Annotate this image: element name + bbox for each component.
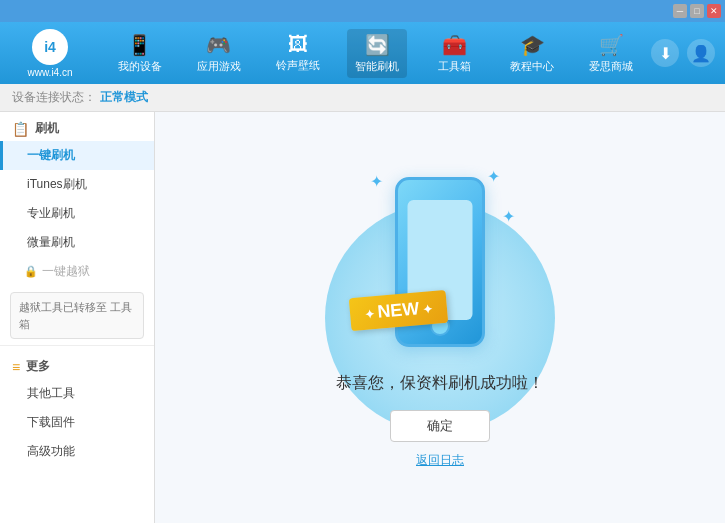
flash-section-title: 📋 刷机 — [0, 112, 154, 141]
sidebar-item-advanced[interactable]: 高级功能 — [0, 437, 154, 466]
nav-item-tools[interactable]: 🧰 工具箱 — [427, 29, 483, 78]
header: i4 www.i4.cn 📱 我的设备 🎮 应用游戏 🖼 铃声壁纸 🔄 智能刷机… — [0, 22, 725, 84]
sparkle-2-icon: ✦ — [487, 167, 500, 186]
content-area: ✦ ✦ ✦ NEW 恭喜您，保资料刷机成功啦！ 确定 返回日志 — [155, 112, 725, 523]
confirm-button[interactable]: 确定 — [390, 410, 490, 442]
nav-item-smart[interactable]: 🔄 智能刷机 — [347, 29, 407, 78]
smart-nav-icon: 🔄 — [365, 33, 390, 57]
close-button[interactable]: ✕ — [707, 4, 721, 18]
sidebar-item-pro-flash[interactable]: 专业刷机 — [0, 199, 154, 228]
sidebar-item-download-firmware[interactable]: 下载固件 — [0, 408, 154, 437]
sparkle-3-icon: ✦ — [502, 207, 515, 226]
status-label: 设备连接状态： — [12, 89, 96, 106]
nav-label-wallpaper: 铃声壁纸 — [276, 58, 320, 73]
nav-label-device: 我的设备 — [118, 59, 162, 74]
nav-item-store[interactable]: 🛒 爱思商城 — [581, 29, 641, 78]
sparkle-1-icon: ✦ — [370, 172, 383, 191]
logo-icon: i4 — [32, 29, 68, 65]
nav-label-apps: 应用游戏 — [197, 59, 241, 74]
wallpaper-nav-icon: 🖼 — [288, 33, 308, 56]
sidebar-item-wipe-flash[interactable]: 微量刷机 — [0, 228, 154, 257]
sidebar: 📋 刷机 一键刷机 iTunes刷机 专业刷机 微量刷机 🔒 一键越狱 越狱工具… — [0, 112, 155, 523]
more-section-icon: ≡ — [12, 359, 20, 375]
locked-label: 一键越狱 — [42, 263, 90, 280]
more-section-title: ≡ 更多 — [0, 350, 154, 379]
status-value: 正常模式 — [100, 89, 148, 106]
device-nav-icon: 📱 — [127, 33, 152, 57]
logo-subtitle: www.i4.cn — [27, 67, 72, 78]
user-button[interactable]: 👤 — [687, 39, 715, 67]
main-area: 📋 刷机 一键刷机 iTunes刷机 专业刷机 微量刷机 🔒 一键越狱 越狱工具… — [0, 112, 725, 523]
apps-nav-icon: 🎮 — [206, 33, 231, 57]
sidebar-info-box: 越狱工具已转移至 工具箱 — [10, 292, 144, 339]
more-section-label: 更多 — [26, 358, 50, 375]
lock-icon: 🔒 — [24, 265, 38, 278]
titlebar: ─ □ ✕ — [0, 0, 725, 22]
nav-label-tutorials: 教程中心 — [510, 59, 554, 74]
back-link[interactable]: 返回日志 — [416, 452, 464, 469]
tutorials-nav-icon: 🎓 — [520, 33, 545, 57]
minimize-button[interactable]: ─ — [673, 4, 687, 18]
success-message: 恭喜您，保资料刷机成功啦！ — [336, 373, 544, 394]
flash-section-label: 刷机 — [35, 120, 59, 137]
nav-label-store: 爱思商城 — [589, 59, 633, 74]
status-bar: 设备连接状态： 正常模式 — [0, 84, 725, 112]
tools-nav-icon: 🧰 — [442, 33, 467, 57]
sidebar-divider — [0, 345, 154, 346]
nav-label-tools: 工具箱 — [438, 59, 471, 74]
sidebar-item-itunes-flash[interactable]: iTunes刷机 — [0, 170, 154, 199]
sidebar-item-other-tools[interactable]: 其他工具 — [0, 379, 154, 408]
sidebar-item-one-click-flash[interactable]: 一键刷机 — [0, 141, 154, 170]
store-nav-icon: 🛒 — [599, 33, 624, 57]
nav-bar: 📱 我的设备 🎮 应用游戏 🖼 铃声壁纸 🔄 智能刷机 🧰 工具箱 🎓 教程中心… — [100, 29, 651, 78]
nav-item-device[interactable]: 📱 我的设备 — [110, 29, 170, 78]
flash-section-icon: 📋 — [12, 121, 29, 137]
nav-item-tutorials[interactable]: 🎓 教程中心 — [502, 29, 562, 78]
nav-item-wallpaper[interactable]: 🖼 铃声壁纸 — [268, 29, 328, 77]
nav-label-smart: 智能刷机 — [355, 59, 399, 74]
phone-illustration: ✦ ✦ ✦ NEW — [360, 167, 520, 357]
download-button[interactable]: ⬇ — [651, 39, 679, 67]
logo[interactable]: i4 www.i4.cn — [10, 29, 90, 78]
maximize-button[interactable]: □ — [690, 4, 704, 18]
success-panel: ✦ ✦ ✦ NEW 恭喜您，保资料刷机成功啦！ 确定 返回日志 — [336, 167, 544, 469]
sidebar-locked-jailbreak: 🔒 一键越狱 — [0, 257, 154, 286]
nav-item-apps[interactable]: 🎮 应用游戏 — [189, 29, 249, 78]
header-right: ⬇ 👤 — [651, 39, 715, 67]
